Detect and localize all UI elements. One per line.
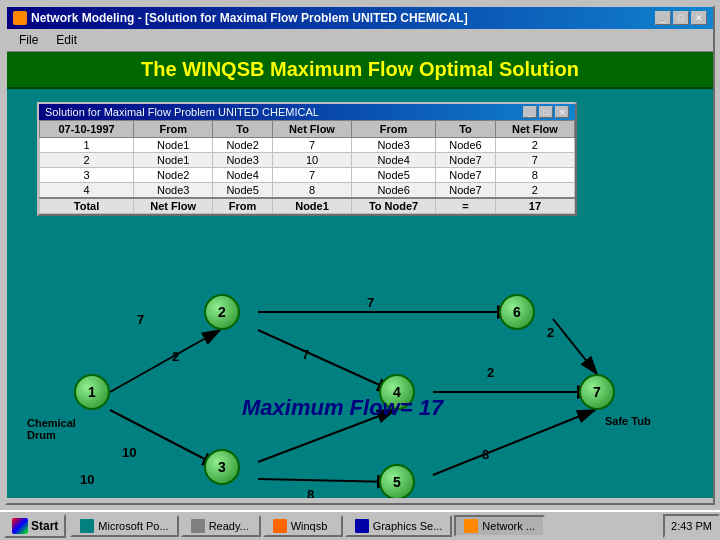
taskbar-items: Microsoft Po... Ready... Winqsb Graphics… [70, 515, 663, 537]
taskbar-ready[interactable]: Ready... [181, 515, 261, 537]
col-date: 07-10-1997 [40, 121, 134, 138]
node-2: 2 [204, 294, 240, 330]
row-to-l: Node4 [213, 168, 273, 183]
node1-below: 10 [80, 472, 94, 487]
data-table: 07-10-1997 From To Net Flow From To Net … [39, 120, 575, 214]
total-row: Total Net Flow From Node1 To Node7 = 17 [40, 198, 575, 214]
col-from-r: From [352, 121, 436, 138]
taskbar-microsoft-po[interactable]: Microsoft Po... [70, 515, 178, 537]
flow-6-7: 2 [547, 325, 554, 340]
svg-line-6 [258, 479, 395, 482]
row-from-l: Node2 [134, 168, 213, 183]
total-node1: Node1 [272, 198, 351, 214]
taskbar-ready-label: Ready... [209, 520, 249, 532]
node-1: 1 [74, 374, 110, 410]
start-label: Start [31, 519, 58, 533]
flow-5-7: 8 [482, 447, 489, 462]
taskbar: Start Microsoft Po... Ready... Winqsb Gr… [0, 510, 720, 540]
max-flow-label: Maximum Flow= 17 [242, 395, 443, 421]
node-7: 7 [579, 374, 615, 410]
taskbar-winqsb[interactable]: Winqsb [263, 515, 343, 537]
start-button[interactable]: Start [4, 514, 66, 538]
maximize-button[interactable]: □ [673, 11, 689, 25]
taskbar-graphics-label: Graphics Se... [373, 520, 443, 532]
taskbar-graphics[interactable]: Graphics Se... [345, 515, 453, 537]
table-maximize[interactable]: □ [539, 106, 553, 118]
row-from-r: Node3 [352, 138, 436, 153]
chemical-drum-label: ChemicalDrum [27, 417, 76, 441]
network-svg [7, 247, 713, 498]
row-id: 3 [40, 168, 134, 183]
row-from-r: Node5 [352, 168, 436, 183]
table-close[interactable]: ✕ [555, 106, 569, 118]
flow-4-7: 2 [487, 365, 494, 380]
menu-edit[interactable]: Edit [48, 31, 85, 49]
flow-1-3: 10 [122, 445, 136, 460]
svg-line-9 [553, 319, 597, 374]
window-title: Network Modeling - [Solution for Maximal… [31, 11, 468, 25]
col-flow-r: Net Flow [495, 121, 574, 138]
total-label: Total [40, 198, 134, 214]
table-row: 3 Node2 Node4 7 Node5 Node7 8 [40, 168, 575, 183]
taskbar-microsoft-po-label: Microsoft Po... [98, 520, 168, 532]
total-eq: = [436, 198, 496, 214]
table-title-bar: Solution for Maximal Flow Problem UNITED… [39, 104, 575, 120]
row-from-l: Node1 [134, 138, 213, 153]
row-flow-l: 7 [272, 168, 351, 183]
main-window: Network Modeling - [Solution for Maximal… [5, 5, 715, 505]
flow-3-5: 8 [307, 487, 314, 498]
title-bar: Network Modeling - [Solution for Maximal… [7, 7, 713, 29]
table-window: Solution for Maximal Flow Problem UNITED… [37, 102, 577, 216]
row-flow-r: 8 [495, 168, 574, 183]
row-from-l: Node1 [134, 153, 213, 168]
total-from: From [213, 198, 273, 214]
network-area: 1 2 3 4 5 6 7 7 2 7 7 1 [7, 247, 713, 498]
row-from-r: Node6 [352, 183, 436, 199]
row-id: 1 [40, 138, 134, 153]
table-title: Solution for Maximal Flow Problem UNITED… [45, 106, 319, 118]
row-id: 4 [40, 183, 134, 199]
table-row: 2 Node1 Node3 10 Node4 Node7 7 [40, 153, 575, 168]
table-row: 4 Node3 Node5 8 Node6 Node7 2 [40, 183, 575, 199]
taskbar-network-label: Network ... [482, 520, 535, 532]
row-to-l: Node5 [213, 183, 273, 199]
taskbar-winqsb-label: Winqsb [291, 520, 328, 532]
table-controls: _ □ ✕ [523, 106, 569, 118]
total-to: To Node7 [352, 198, 436, 214]
windows-icon [12, 518, 28, 534]
row-from-l: Node3 [134, 183, 213, 199]
menu-file[interactable]: File [11, 31, 46, 49]
col-to-r: To [436, 121, 496, 138]
col-from-l: From [134, 121, 213, 138]
row-flow-r: 2 [495, 183, 574, 199]
row-to-r: Node6 [436, 138, 496, 153]
header-banner: The WINQSB Maximum Flow Optimal Solution [7, 52, 713, 89]
taskbar-network[interactable]: Network ... [454, 515, 545, 537]
row-flow-l: 10 [272, 153, 351, 168]
row-flow-r: 7 [495, 153, 574, 168]
title-bar-left: Network Modeling - [Solution for Maximal… [13, 11, 468, 25]
row-from-r: Node4 [352, 153, 436, 168]
row-to-l: Node2 [213, 138, 273, 153]
close-button[interactable]: ✕ [691, 11, 707, 25]
col-to-l: To [213, 121, 273, 138]
svg-line-1 [110, 330, 220, 392]
menu-bar: File Edit [7, 29, 713, 52]
header-text: The WINQSB Maximum Flow Optimal Solution [141, 58, 579, 80]
row-to-r: Node7 [436, 153, 496, 168]
flow-2-6: 7 [367, 295, 374, 310]
minimize-button[interactable]: _ [655, 11, 671, 25]
content-area: The WINQSB Maximum Flow Optimal Solution… [7, 52, 713, 498]
total-value: 17 [495, 198, 574, 214]
flow-1-2-inner: 2 [172, 349, 179, 364]
row-flow-l: 7 [272, 138, 351, 153]
svg-line-8 [433, 410, 595, 475]
flow-2-4: 7 [302, 347, 309, 362]
node-6: 6 [499, 294, 535, 330]
winqsb-icon [273, 519, 287, 533]
table-minimize[interactable]: _ [523, 106, 537, 118]
row-flow-l: 8 [272, 183, 351, 199]
col-flow-l: Net Flow [272, 121, 351, 138]
flow-1-2: 7 [137, 312, 144, 327]
node-5: 5 [379, 464, 415, 498]
